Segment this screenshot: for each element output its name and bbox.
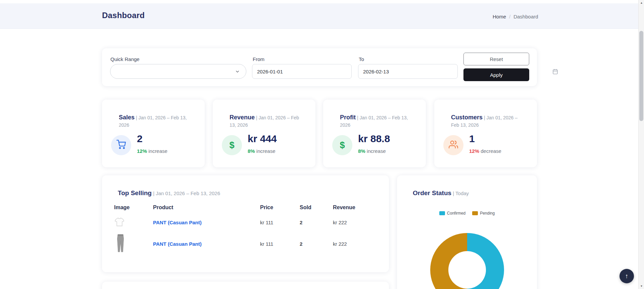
dollar-icon: $	[340, 140, 345, 151]
page-header: Dashboard Home / Dashboard	[0, 3, 638, 29]
table-row: PANT (Casuan Pant) kr 111 2 kr 222	[114, 214, 377, 231]
stat-value: 1	[469, 133, 475, 144]
scroll-to-top-button[interactable]: ↑	[620, 269, 634, 283]
stat-delta-pct: 8%	[248, 148, 255, 154]
scrollbar-down-arrow[interactable]: ▼	[639, 283, 644, 289]
order-status-card: Order Status | Today Confirmed Pending	[397, 175, 537, 289]
next-section-card	[102, 282, 389, 289]
stat-value: kr 444	[248, 133, 277, 144]
order-status-donut	[430, 233, 504, 289]
stat-card: Sales | Jan 01, 2026 – Feb 13, 2026 2 12…	[102, 100, 205, 167]
stat-title: Revenue | Jan 01, 2026 – Feb 13, 2026	[230, 113, 301, 128]
stat-delta: 8% increase	[358, 148, 386, 154]
column-header-image: Image	[114, 201, 153, 214]
legend-label: Confirmed	[447, 211, 465, 216]
legend-label: Pending	[480, 211, 495, 216]
stat-delta-pct: 12%	[137, 148, 147, 154]
breadcrumb-home-link[interactable]: Home	[493, 14, 506, 19]
legend-swatch	[439, 211, 445, 215]
stat-title: Profit | Jan 01, 2026 – Feb 13, 2026	[340, 113, 411, 128]
shopping-cart-icon	[116, 140, 126, 151]
column-header-product: Product	[153, 201, 260, 214]
to-label: To	[359, 56, 364, 62]
to-date-input[interactable]	[358, 64, 458, 79]
stat-value: kr 88.8	[358, 133, 390, 144]
vertical-scrollbar[interactable]: ▲ ▼	[638, 0, 644, 289]
product-revenue: kr 222	[333, 214, 377, 231]
calendar-icon[interactable]	[552, 69, 558, 76]
stat-delta-pct: 12%	[469, 148, 479, 154]
reset-button[interactable]: Reset	[463, 53, 529, 65]
stat-title: Customers | Jan 01, 2026 – Feb 13, 2026	[451, 113, 522, 128]
product-sold: 2	[300, 231, 333, 256]
column-header-price: Price	[260, 201, 300, 214]
order-status-title: Order Status | Today	[413, 189, 469, 197]
page-title: Dashboard	[102, 11, 145, 20]
product-link[interactable]: PANT (Casuan Pant)	[153, 241, 202, 247]
stat-value: 2	[137, 133, 143, 144]
product-sold: 2	[300, 214, 333, 231]
table-header-row: Image Product Price Sold Revenue	[114, 201, 377, 214]
stat-card: Profit | Jan 01, 2026 – Feb 13, 2026 $ k…	[323, 100, 426, 167]
from-label: From	[253, 56, 264, 62]
product-revenue: kr 222	[333, 231, 377, 256]
stat-delta: 8% increase	[248, 148, 276, 154]
quick-range-label: Quick Range	[110, 56, 140, 62]
stat-delta-pct: 8%	[358, 148, 365, 154]
table-row: PANT (Casuan Pant) kr 111 2 kr 222	[114, 231, 377, 256]
product-link[interactable]: PANT (Casuan Pant)	[153, 220, 202, 225]
breadcrumb-separator: /	[509, 14, 510, 19]
stat-icon-circle: $	[222, 135, 242, 155]
column-header-revenue: Revenue	[333, 201, 377, 214]
legend-swatch	[472, 211, 478, 215]
chart-legend: Confirmed Pending	[397, 211, 537, 216]
users-icon	[449, 140, 458, 151]
product-price: kr 111	[260, 231, 300, 256]
breadcrumb: Home / Dashboard	[493, 14, 538, 19]
stat-icon-circle: $	[332, 135, 352, 155]
pants-thumbnail	[114, 248, 127, 254]
dollar-icon: $	[229, 140, 234, 151]
apply-button[interactable]: Apply	[463, 68, 529, 81]
dashboard-page: Dashboard Home / Dashboard Quick Range F…	[0, 0, 644, 289]
stat-card: Customers | Jan 01, 2026 – Feb 13, 2026 …	[434, 100, 537, 167]
stat-icon-circle	[443, 135, 463, 155]
stat-title: Sales | Jan 01, 2026 – Feb 13, 2026	[119, 113, 190, 128]
quick-range-select[interactable]	[110, 64, 246, 79]
tshirt-thumbnail	[114, 222, 125, 228]
chevron-down-icon	[235, 69, 240, 75]
scrollbar-thumb[interactable]	[639, 31, 643, 121]
date-filter-card: Quick Range From To Reset Apply	[102, 48, 537, 86]
column-header-sold: Sold	[300, 201, 333, 214]
legend-item-confirmed[interactable]: Confirmed	[439, 211, 465, 216]
stat-icon-circle	[111, 135, 131, 155]
stat-card: Revenue | Jan 01, 2026 – Feb 13, 2026 $ …	[213, 100, 315, 167]
arrow-up-icon: ↑	[625, 273, 629, 280]
legend-item-pending[interactable]: Pending	[472, 211, 495, 216]
top-selling-card: Top Selling | Jan 01, 2026 – Feb 13, 202…	[102, 175, 389, 272]
top-selling-table: Image Product Price Sold Revenue PANT (C…	[114, 201, 377, 256]
scrollbar-up-arrow[interactable]: ▲	[639, 0, 644, 6]
top-selling-title: Top Selling | Jan 01, 2026 – Feb 13, 202…	[118, 189, 220, 197]
stat-delta: 12% decrease	[469, 148, 501, 154]
from-date-input[interactable]	[252, 64, 352, 79]
breadcrumb-current: Dashboard	[513, 14, 538, 19]
product-price: kr 111	[260, 214, 300, 231]
stat-delta: 12% increase	[137, 148, 167, 154]
